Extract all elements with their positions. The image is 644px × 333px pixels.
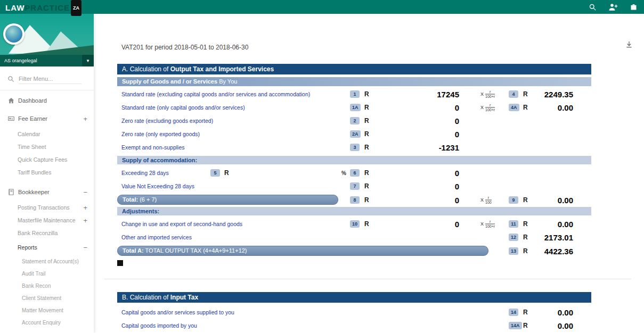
sidebar-item-dashboard[interactable]: Dashboard <box>0 91 94 110</box>
expand-icon[interactable]: + <box>83 115 87 123</box>
currency-r: R <box>523 247 528 255</box>
section-header: A. Calculation of Output Tax and Importe… <box>117 64 591 74</box>
sidebar-item-label: Bank Reconzilla <box>18 230 58 236</box>
fraction: r100+r <box>485 219 495 228</box>
sidebar-item-fee-earner[interactable]: Fee Earner+ <box>0 110 94 128</box>
sidebar-item-calendar[interactable]: Calendar <box>0 128 94 140</box>
box-badge-14: 14 <box>509 309 518 316</box>
person-add-icon[interactable] <box>608 3 618 11</box>
box-badge-3: 3 <box>350 144 360 151</box>
collapse-icon[interactable]: − <box>83 188 87 196</box>
total-label-bold: Total A: <box>123 247 144 254</box>
expand-icon[interactable]: + <box>83 217 87 224</box>
row-value: 0.00 <box>558 321 573 330</box>
download-icon[interactable] <box>625 40 633 51</box>
form-row: Standard rate (only capital goods and/or… <box>117 101 591 114</box>
subsection-bold: Supply of Goods and / or Services <box>122 78 217 85</box>
box-badge-2: 2 <box>350 117 360 124</box>
fraction-denominator: 100+r <box>485 107 495 112</box>
app-logo: LAWPRACTICEZA <box>5 0 81 14</box>
sidebar-item-tariff-bundles[interactable]: Tariff Bundles <box>0 166 94 179</box>
currency-r: R <box>364 117 369 124</box>
row-value: -1231 <box>439 143 459 152</box>
sidebar-item-posting-transactions[interactable]: Posting Transactions+ <box>0 201 94 214</box>
filter-menu <box>0 66 94 90</box>
sidebar-item-quick-capture-fees[interactable]: Quick Capture Fees <box>0 153 94 166</box>
filter-menu-input[interactable] <box>19 76 81 84</box>
sidebar-hero-image: AS orangelegal ▾ <box>0 14 94 66</box>
idcard-icon <box>7 115 18 122</box>
box-badge-9: 9 <box>509 196 518 204</box>
currency-r: R <box>364 104 369 111</box>
box-badge-11: 11 <box>509 220 518 228</box>
form-row: Zero rate (excluding goods exported)2R0 <box>117 114 591 127</box>
form-row: Exceeding 28 days5R%6R0 <box>117 166 591 179</box>
total-bar: Total: (6 + 7) <box>117 195 338 205</box>
sidebar-item-label: Reports <box>18 244 37 251</box>
fraction-denominator: 100+r <box>485 224 495 228</box>
avatar[interactable] <box>3 23 25 45</box>
vat-form: A. Calculation of Output Tax and Importe… <box>117 64 591 332</box>
currency-r: R <box>523 104 528 111</box>
currency-r: R <box>364 220 369 228</box>
currency-r: R <box>364 130 369 138</box>
row-label: Capital goods and/or services supplied t… <box>121 309 234 315</box>
collapse-icon[interactable]: − <box>83 244 87 252</box>
row-value: 0 <box>455 195 459 204</box>
percent-sign: % <box>341 170 346 176</box>
bag-icon[interactable] <box>630 3 638 11</box>
sidebar-item-statement-of-account-s-[interactable]: Statement of Account(s) <box>0 255 94 268</box>
sidebar-item-client-statement[interactable]: Client Statement <box>0 292 94 304</box>
form-row: Other and imported services12R2173.01 <box>117 230 591 244</box>
sidebar-item-reports[interactable]: Reports− <box>0 239 94 255</box>
section-divider <box>104 279 631 279</box>
row-value: 4422.36 <box>544 246 573 255</box>
group-label: Supply of accommodation: <box>122 157 197 163</box>
search-icon[interactable] <box>589 3 597 11</box>
logo-za-badge: ZA <box>71 0 81 16</box>
sidebar-item-label: Calendar <box>18 131 40 137</box>
currency-r: R <box>523 90 528 98</box>
sidebar-item-label: Quick Capture Fees <box>18 156 67 163</box>
account-strip[interactable]: AS orangelegal ▾ <box>0 55 94 66</box>
expand-icon[interactable]: + <box>83 204 87 212</box>
sidebar-item-matter-movement[interactable]: Matter Movement <box>0 304 94 317</box>
box-badge-4A: 4A <box>509 104 519 111</box>
box-badge-2A: 2A <box>350 130 361 138</box>
sidebar-item-label: Posting Transactions <box>18 204 69 211</box>
row-label: Zero rate (excluding goods exported) <box>121 118 213 124</box>
account-label: AS orangelegal <box>4 58 37 63</box>
row-label: Change in use and export of second-hand … <box>121 221 242 227</box>
total-bar: Total A: TOTAL OUTPUT TAX (4+4A+9+11+12) <box>117 246 488 256</box>
sidebar-item-label: Fee Earner <box>18 115 47 122</box>
fraction-numerator: r <box>485 195 492 200</box>
total-row: Total A: TOTAL OUTPUT TAX (4+4A+9+11+12)… <box>117 246 591 256</box>
box-badge-10: 10 <box>350 220 360 228</box>
fraction: r100+r <box>485 103 495 112</box>
sidebar-item-bookkeeper[interactable]: Bookkeeper− <box>0 183 94 201</box>
row-value: 0 <box>455 116 459 125</box>
sidebar-item-label: Matter Movement <box>22 307 63 313</box>
form-row: Value Not Exceeding 28 days7R0 <box>117 179 591 193</box>
tax-fraction: Xr100+r <box>480 219 495 228</box>
form-row: Standard rate (excluding capital goods a… <box>117 87 591 101</box>
row-value: 2173.01 <box>544 232 573 242</box>
currency-r: R <box>523 309 528 316</box>
row-value: 0.00 <box>558 219 573 228</box>
sidebar-item-bank-recon[interactable]: Bank Recon <box>0 280 94 292</box>
box-badge-1: 1 <box>350 90 360 98</box>
sidebar-item-audit-trail[interactable]: Audit Trail <box>0 268 94 280</box>
sidebar-item-label: Bank Recon <box>22 283 51 289</box>
sidebar-item-bank-reconzilla[interactable]: Bank Reconzilla <box>0 227 94 239</box>
total-label-normal: (6 + 7) <box>138 196 157 203</box>
sidebar-item-time-sheet[interactable]: Time Sheet <box>0 140 94 153</box>
sidebar-item-masterfile-maintenance[interactable]: Masterfile Maintenance+ <box>0 214 94 227</box>
multiply-x: X <box>480 105 484 110</box>
sidebar-item-label: Tariff Bundles <box>18 169 51 176</box>
row-label: Exceeding 28 days <box>121 170 169 176</box>
fraction-denominator: 100 <box>485 200 492 204</box>
sidebar-item-account-enquiry[interactable]: Account Enquiry <box>0 317 94 329</box>
chevron-down-icon[interactable]: ▾ <box>82 55 94 66</box>
topbar: LAWPRACTICEZA <box>0 0 644 14</box>
row-value: 0 <box>455 168 459 177</box>
